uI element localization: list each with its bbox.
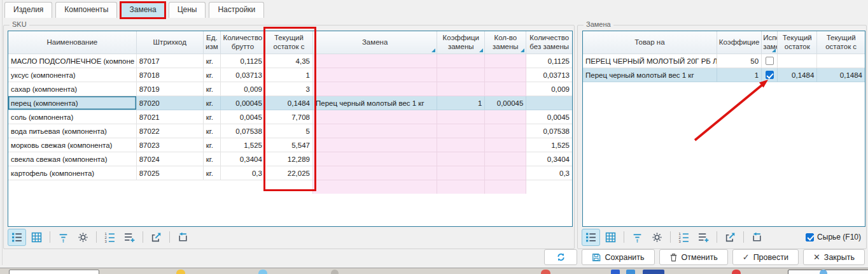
sku-cell-barcode[interactable]: 87019: [136, 82, 203, 96]
sku-cell-cur_balance[interactable]: 0,1484: [265, 96, 312, 110]
sku-cell-repl_coef[interactable]: [437, 54, 485, 68]
replacement-column-header[interactable]: Текущий остаток: [778, 31, 817, 54]
sku-cell-unit[interactable]: кг.: [203, 124, 220, 138]
sku-cell-cur_balance[interactable]: 22,025: [265, 166, 312, 180]
toolbar-settings-gear-button[interactable]: [648, 229, 666, 246]
toolbar-refresh-loop-button[interactable]: [174, 229, 192, 246]
sku-cell-cur_balance[interactable]: 5: [265, 124, 312, 138]
sku-cell-cur_balance[interactable]: 7,708: [265, 110, 312, 124]
sku-cell-repl_qty[interactable]: [485, 124, 526, 138]
replacement-column-header[interactable]: Испо заме: [762, 31, 778, 54]
sku-cell-qty_gross[interactable]: 1,525: [220, 138, 265, 152]
replacement-cell-name[interactable]: Перец черный молотый вес 1 кг: [583, 68, 717, 82]
sku-cell-replacement[interactable]: [313, 110, 437, 124]
sku-cell-name[interactable]: перец (компонента): [8, 96, 136, 110]
sku-column-header[interactable]: Текущий остаток с: [265, 31, 312, 54]
toolbar-filter-button[interactable]: [628, 229, 647, 246]
close-button[interactable]: ✕ Закрыть: [803, 249, 865, 265]
sku-cell-qty_no_repl[interactable]: 1,525: [526, 138, 572, 152]
sku-cell-barcode[interactable]: 87025: [136, 166, 203, 180]
sku-cell-barcode[interactable]: 87021: [136, 110, 203, 124]
tab-tseny[interactable]: Цены: [169, 2, 206, 18]
use-replacement-checkbox-unchecked[interactable]: [766, 57, 774, 65]
sku-cell-replacement[interactable]: [313, 124, 437, 138]
sku-column-header[interactable]: Наименование: [8, 31, 136, 54]
sku-cell-qty_no_repl[interactable]: 0,3404: [526, 152, 572, 166]
save-button[interactable]: Сохранить: [582, 249, 654, 265]
sku-column-header[interactable]: Штрихкод: [136, 31, 203, 54]
sku-column-header[interactable]: Количество брутто: [220, 31, 265, 54]
sku-cell-repl_coef[interactable]: [437, 110, 485, 124]
toolbar-list-view-button[interactable]: [8, 229, 26, 246]
toolbar-grid-button[interactable]: [601, 229, 620, 246]
sku-cell-cur_balance[interactable]: 3: [265, 82, 312, 96]
sku-cell-qty_gross[interactable]: 0,00045: [220, 96, 265, 110]
post-button[interactable]: ✓ Провести: [732, 249, 799, 265]
sku-column-header[interactable]: Количество без замены: [526, 31, 572, 54]
sku-cell-repl_coef[interactable]: 1: [437, 96, 485, 110]
sku-cell-qty_gross[interactable]: 0,0045: [220, 110, 265, 124]
sku-row[interactable]: МАСЛО ПОДСОЛНЕЧНОЕ (компоне87017кг.0,112…: [8, 54, 572, 68]
sku-cell-qty_gross[interactable]: 0,3: [220, 166, 265, 180]
sku-cell-name[interactable]: свекла свежая (компонента): [8, 152, 136, 166]
sku-column-header[interactable]: Замена: [313, 31, 437, 54]
replacement-column-header[interactable]: Коэффицие: [717, 31, 761, 54]
replacement-cell-cur_balance[interactable]: 0,1484: [778, 68, 817, 82]
sku-cell-name[interactable]: картофель (компонента): [8, 166, 136, 180]
replacement-row[interactable]: Перец черный молотый вес 1 кг10,14840,14…: [583, 68, 865, 82]
sku-cell-replacement[interactable]: [313, 68, 437, 82]
replacement-cell-name[interactable]: ПЕРЕЦ ЧЕРНЫЙ МОЛОТЫЙ 20Г РБ ЛИ: [583, 54, 717, 68]
sku-cell-qty_no_repl[interactable]: 0,0045: [526, 110, 572, 124]
toolbar-numbered-list-button[interactable]: 123: [675, 229, 693, 246]
sku-column-header[interactable]: Кол-во замены: [485, 31, 526, 54]
sku-cell-repl_qty[interactable]: [485, 138, 526, 152]
sku-cell-repl_qty[interactable]: [485, 54, 526, 68]
sku-cell-qty_no_repl[interactable]: 0,03713: [526, 68, 572, 82]
sku-cell-repl_coef[interactable]: [437, 138, 485, 152]
use-replacement-checkbox-checked[interactable]: [766, 71, 774, 79]
sku-cell-unit[interactable]: кг.: [203, 54, 220, 68]
sku-cell-repl_qty[interactable]: 0,00045: [485, 96, 526, 110]
sku-cell-barcode[interactable]: 87017: [136, 54, 203, 68]
sku-cell-repl_qty[interactable]: [485, 82, 526, 96]
tab-nastroyki[interactable]: Настройки: [209, 2, 264, 18]
tab-zamena[interactable]: Замена: [120, 2, 165, 18]
toolbar-settings-gear-button[interactable]: [74, 229, 92, 246]
toolbar-refresh-loop-button[interactable]: [748, 229, 766, 246]
cancel-button[interactable]: Отменить: [659, 249, 728, 265]
sku-cell-barcode[interactable]: 87018: [136, 68, 203, 82]
toolbar-open-external-button[interactable]: [721, 229, 739, 246]
sku-cell-replacement[interactable]: [313, 152, 437, 166]
replacement-cell-coef[interactable]: 50: [717, 54, 761, 68]
toolbar-filter-button[interactable]: [54, 229, 73, 246]
sku-cell-barcode[interactable]: 87022: [136, 124, 203, 138]
sku-cell-unit[interactable]: кг.: [203, 110, 220, 124]
sku-cell-qty_gross[interactable]: 0,03713: [220, 68, 265, 82]
sku-cell-qty_no_repl[interactable]: 0,1125: [526, 54, 572, 68]
sku-row[interactable]: картофель (компонента)87025кг.0,322,0250…: [8, 166, 572, 180]
tab-komponenty[interactable]: Компоненты: [55, 2, 117, 18]
sku-column-header[interactable]: Коэффици замены: [437, 31, 485, 54]
replacement-column-header[interactable]: Текущий остаток с: [817, 31, 865, 54]
replacement-cell-use[interactable]: [762, 54, 778, 68]
sku-cell-name[interactable]: сахар (компонента): [8, 82, 136, 96]
sku-cell-replacement[interactable]: [313, 138, 437, 152]
sku-cell-qty_gross[interactable]: 0,009: [220, 82, 265, 96]
sku-cell-name[interactable]: МАСЛО ПОДСОЛНЕЧНОЕ (компоне: [8, 54, 136, 68]
raw-material-checkbox[interactable]: Сырье (F10): [806, 233, 861, 242]
replacement-cell-cur_balance[interactable]: [778, 54, 817, 68]
sku-cell-barcode[interactable]: 87024: [136, 152, 203, 166]
toolbar-open-external-button[interactable]: [147, 229, 165, 246]
replacement-cell-cur_balance_s[interactable]: 0,1484: [817, 68, 865, 82]
sku-cell-barcode[interactable]: 87020: [136, 96, 203, 110]
sku-cell-barcode[interactable]: 87023: [136, 138, 203, 152]
sku-cell-replacement[interactable]: [313, 166, 437, 180]
sku-cell-cur_balance[interactable]: 4,35: [265, 54, 312, 68]
sku-row[interactable]: морковь свежая (компонента)87023кг.1,525…: [8, 138, 572, 152]
toolbar-list-view-button[interactable]: [582, 229, 600, 246]
replacement-cell-cur_balance_s[interactable]: [817, 54, 865, 68]
sku-cell-replacement[interactable]: Перец черный молотый вес 1 кг: [313, 96, 437, 110]
replacement-cell-use[interactable]: [762, 68, 778, 82]
toolbar-numbered-list-button[interactable]: 123: [101, 229, 119, 246]
sku-cell-name[interactable]: соль (компонента): [8, 110, 136, 124]
